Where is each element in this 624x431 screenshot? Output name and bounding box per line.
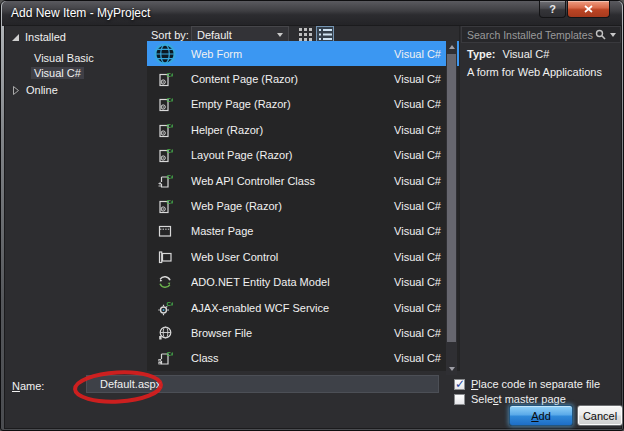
installed-group-label: Installed bbox=[25, 31, 66, 43]
template-label: Web Form bbox=[191, 48, 394, 60]
razor-page-icon bbox=[157, 147, 173, 163]
help-icon: ? bbox=[549, 3, 556, 15]
cancel-button[interactable]: Cancel bbox=[577, 405, 623, 426]
template-label: Web User Control bbox=[191, 251, 394, 263]
template-item[interactable]: Master PageVisual C# bbox=[147, 219, 459, 244]
scrollbar-thumb[interactable] bbox=[447, 54, 456, 342]
type-value: Visual C# bbox=[503, 48, 550, 60]
template-category: Visual C# bbox=[394, 225, 441, 237]
select-master-page-label: Select master page bbox=[471, 393, 566, 405]
sidebar-group-online[interactable]: Online bbox=[12, 84, 58, 96]
checkbox-unchecked-icon[interactable] bbox=[454, 394, 465, 405]
search-icon bbox=[595, 29, 606, 40]
add-new-item-dialog: Add New Item - MyProject ? Installed Vis… bbox=[0, 0, 624, 431]
list-view-icon bbox=[319, 29, 332, 40]
template-item[interactable]: Content Page (Razor)Visual C# bbox=[147, 66, 459, 91]
template-category: Visual C# bbox=[394, 73, 441, 85]
panel-divider bbox=[459, 26, 460, 371]
template-item[interactable]: Browser FileVisual C# bbox=[147, 320, 459, 345]
type-label: Type: bbox=[467, 48, 496, 60]
master-page-icon bbox=[157, 223, 173, 239]
template-category: Visual C# bbox=[394, 352, 441, 364]
template-item[interactable]: Layout Page (Razor)Visual C# bbox=[147, 143, 459, 168]
expanded-triangle-icon bbox=[12, 34, 19, 41]
globe-icon bbox=[154, 43, 176, 65]
list-scrollbar[interactable] bbox=[446, 41, 457, 375]
collapsed-triangle-icon bbox=[12, 85, 20, 96]
template-category: Visual C# bbox=[394, 251, 441, 263]
template-label: Layout Page (Razor) bbox=[191, 149, 394, 161]
select-master-page-checkbox[interactable]: Select master page bbox=[454, 392, 566, 406]
search-options-chevron-icon[interactable] bbox=[610, 33, 616, 37]
template-label: AJAX-enabled WCF Service bbox=[191, 302, 394, 314]
template-description: A form for Web Applications bbox=[467, 66, 602, 78]
template-label: Helper (Razor) bbox=[191, 124, 394, 136]
template-label: Browser File bbox=[191, 327, 394, 339]
template-category: Visual C# bbox=[394, 327, 441, 339]
search-input[interactable] bbox=[462, 29, 595, 41]
online-group-label: Online bbox=[26, 84, 58, 96]
name-input[interactable] bbox=[86, 375, 439, 393]
title-bar[interactable]: Add New Item - MyProject ? bbox=[2, 1, 622, 26]
scroll-down-icon bbox=[449, 367, 455, 371]
template-category: Visual C# bbox=[394, 124, 441, 136]
browser-file-icon bbox=[157, 325, 173, 341]
chevron-down-icon bbox=[277, 33, 283, 37]
user-control-icon bbox=[157, 249, 173, 265]
class-icon bbox=[157, 350, 173, 366]
template-item[interactable]: Web User ControlVisual C# bbox=[147, 244, 459, 269]
sort-by-label: Sort by: bbox=[151, 29, 189, 41]
scroll-up-icon bbox=[449, 45, 455, 49]
sidebar-item-label: Visual Basic bbox=[31, 52, 97, 64]
small-icons-view-icon bbox=[299, 28, 312, 41]
template-label: Web API Controller Class bbox=[191, 175, 394, 187]
sidebar-item-label: Visual C# bbox=[31, 67, 84, 79]
place-code-label: Place code in separate file bbox=[471, 378, 600, 390]
template-label: Class bbox=[191, 352, 394, 364]
scroll-up-button[interactable] bbox=[446, 41, 457, 53]
template-label: Web Page (Razor) bbox=[191, 200, 394, 212]
search-box[interactable] bbox=[461, 26, 621, 43]
template-category: Visual C# bbox=[394, 98, 441, 110]
razor-page-icon bbox=[157, 71, 173, 87]
razor-page-icon bbox=[157, 198, 173, 214]
template-category: Visual C# bbox=[394, 149, 441, 161]
template-item[interactable]: Helper (Razor)Visual C# bbox=[147, 117, 459, 142]
sidebar-item-visual-basic[interactable]: Visual Basic bbox=[31, 51, 97, 66]
template-label: Content Page (Razor) bbox=[191, 73, 394, 85]
scroll-down-button[interactable] bbox=[446, 363, 457, 375]
add-button-label: Add bbox=[531, 410, 551, 422]
template-category: Visual C# bbox=[394, 200, 441, 212]
template-label: Empty Page (Razor) bbox=[191, 98, 394, 110]
place-code-checkbox[interactable]: Place code in separate file bbox=[454, 377, 600, 391]
template-label: ADO.NET Entity Data Model bbox=[191, 276, 394, 288]
template-label: Master Page bbox=[191, 225, 394, 237]
template-item[interactable]: Empty Page (Razor)Visual C# bbox=[147, 92, 459, 117]
checkbox-checked-icon[interactable] bbox=[454, 379, 465, 390]
template-item[interactable]: ClassVisual C# bbox=[147, 346, 459, 371]
close-button[interactable] bbox=[567, 1, 610, 18]
sidebar-item-visual-c-[interactable]: Visual C# bbox=[31, 66, 97, 81]
window-title: Add New Item - MyProject bbox=[11, 6, 150, 20]
add-button[interactable]: Add bbox=[509, 405, 573, 426]
sort-by-value: Default bbox=[197, 29, 277, 41]
wcf-service-icon bbox=[157, 300, 173, 316]
template-category: Visual C# bbox=[394, 276, 441, 288]
sidebar-language-list: Visual BasicVisual C# bbox=[31, 51, 97, 81]
name-label: Name: bbox=[12, 380, 44, 392]
template-item[interactable]: Web Page (Razor)Visual C# bbox=[147, 193, 459, 218]
api-class-icon bbox=[157, 173, 173, 189]
template-item[interactable]: Web FormVisual C# bbox=[147, 41, 459, 66]
entity-model-icon bbox=[157, 274, 173, 290]
template-list: Web FormVisual C#Content Page (Razor)Vis… bbox=[147, 41, 459, 371]
template-item[interactable]: ADO.NET Entity Data ModelVisual C# bbox=[147, 270, 459, 295]
cancel-button-label: Cancel bbox=[583, 410, 617, 422]
help-button[interactable]: ? bbox=[539, 1, 566, 18]
razor-page-icon bbox=[157, 122, 173, 138]
template-category: Visual C# bbox=[394, 48, 441, 60]
template-type-line: Type:Visual C# bbox=[467, 48, 549, 60]
template-item[interactable]: Web API Controller ClassVisual C# bbox=[147, 168, 459, 193]
sidebar-group-installed[interactable]: Installed bbox=[12, 31, 66, 43]
template-item[interactable]: AJAX-enabled WCF ServiceVisual C# bbox=[147, 295, 459, 320]
template-category: Visual C# bbox=[394, 302, 441, 314]
